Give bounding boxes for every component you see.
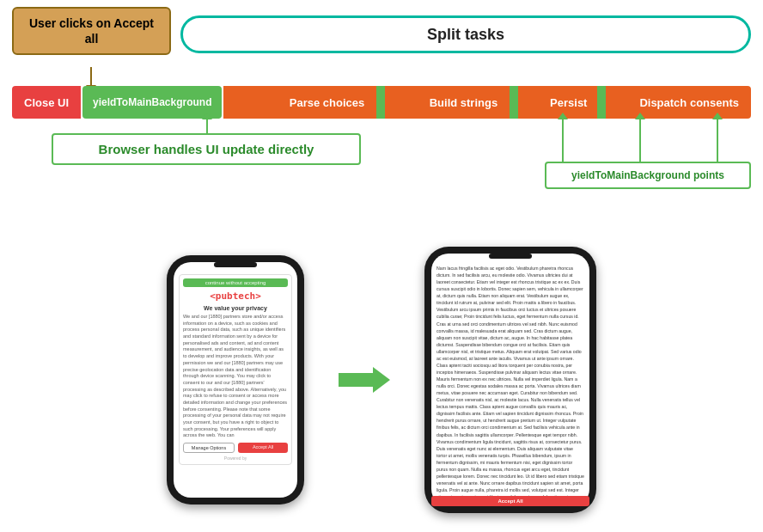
close-ui-segment: Close UI (12, 86, 81, 119)
yield-arrows-group (545, 119, 751, 162)
orange-line-2 (385, 86, 417, 119)
phone-2-screen: Nam lacus fringilla facilisis ac eget od… (431, 254, 589, 506)
green-connector-1 (376, 86, 385, 119)
browser-handles-label: Browser handles UI update directly (99, 142, 314, 156)
powered-by-label: Powered by (183, 456, 288, 461)
dispatch-consents-segment: Dispatch consents (627, 86, 751, 119)
continue-without-label: continue without accepting (183, 278, 288, 287)
arrow-yield-2 (639, 119, 641, 162)
accept-all-bar[interactable]: Accept All (431, 496, 589, 506)
arrow-browser-to-pipeline (206, 119, 208, 133)
phone-2-content: Nam lacus fringilla facilisis ac eget od… (431, 261, 589, 504)
green-connector-3 (597, 86, 606, 119)
green-arrow (339, 363, 390, 397)
split-tasks-pill: Split tasks (180, 15, 751, 53)
diagram-section: User clicks on Accept all Split tasks Cl… (0, 0, 763, 223)
yield-points-label: yieldToMainBackground points (571, 169, 724, 181)
phone-2-notch (489, 254, 532, 259)
green-connector-2 (510, 86, 518, 119)
orange-line-1 (223, 86, 277, 119)
build-strings-segment: Build strings (418, 86, 510, 119)
phone-2-text: Nam lacus fringilla facilisis ac eget od… (436, 265, 584, 504)
svg-marker-0 (339, 367, 390, 393)
phone-1-outer: continue without accepting <pubtech> We … (167, 255, 304, 504)
consent-banner: continue without accepting <pubtech> We … (179, 274, 292, 465)
consent-buttons: Manage Options Accept All (183, 443, 288, 453)
yield-points-box: yieldToMainBackground points (545, 162, 751, 189)
pubtech-logo: <pubtech> (183, 290, 288, 302)
accept-all-button-phone1[interactable]: Accept All (238, 443, 288, 453)
bottom-section: continue without accepting <pubtech> We … (0, 228, 763, 532)
phone-2: Nam lacus fringilla facilisis ac eget od… (424, 247, 596, 513)
user-clicks-label: User clicks on Accept all (29, 16, 154, 46)
browser-handles-box: Browser handles UI update directly (52, 133, 361, 165)
privacy-title: We value your privacy (183, 305, 288, 311)
persist-segment: Persist (540, 86, 597, 119)
arrow-yield-3 (717, 119, 718, 162)
phone-1: continue without accepting <pubtech> We … (167, 255, 304, 504)
parse-choices-segment: Parse choices (278, 86, 376, 119)
manage-options-button[interactable]: Manage Options (183, 443, 235, 453)
privacy-text: We and our [1880] partners store and/or … (183, 314, 288, 439)
phone-1-screen: continue without accepting <pubtech> We … (174, 262, 297, 498)
phone-2-outer: Nam lacus fringilla facilisis ac eget od… (424, 247, 596, 513)
arrow-yield-1 (562, 119, 564, 162)
user-clicks-box: User clicks on Accept all (12, 7, 171, 55)
orange-line-3 (518, 86, 540, 119)
orange-line-4 (606, 86, 627, 119)
arrow-user-to-pipeline (90, 67, 92, 86)
phone-1-notch (214, 262, 257, 267)
phone-1-content: continue without accepting <pubtech> We … (174, 271, 297, 472)
split-tasks-label: Split tasks (427, 26, 504, 44)
